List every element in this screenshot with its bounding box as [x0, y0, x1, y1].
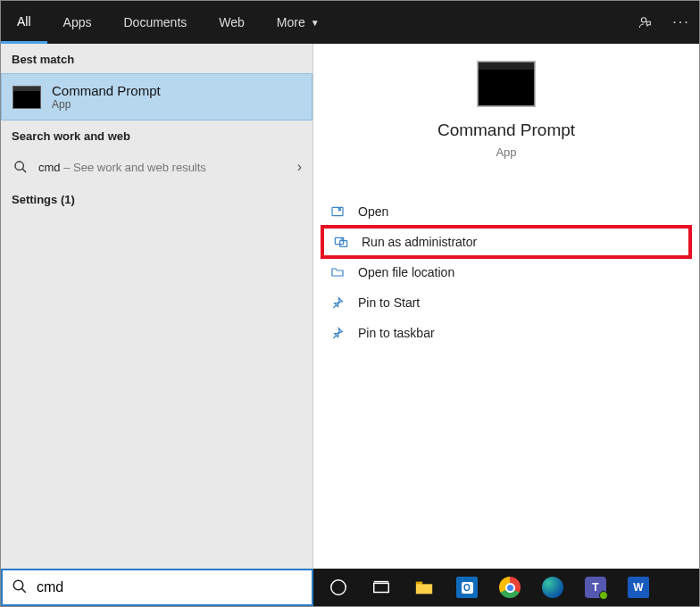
svg-point-1	[15, 162, 23, 170]
chevron-down-icon: ▼	[311, 18, 320, 28]
settings-header[interactable]: Settings (1)	[1, 184, 312, 215]
preview-subtitle: App	[496, 146, 516, 159]
action-label: Pin to taskbar	[358, 326, 435, 340]
action-label: Open file location	[358, 265, 454, 279]
action-pin-to-start[interactable]: Pin to Start	[319, 287, 694, 318]
action-open[interactable]: Open	[319, 196, 694, 227]
search-input[interactable]	[37, 579, 303, 595]
svg-rect-9	[374, 583, 389, 592]
cortana-button[interactable]	[319, 569, 358, 606]
command-prompt-icon	[478, 62, 535, 106]
search-work-web-header: Search work and web	[1, 121, 312, 150]
best-match-header: Best match	[1, 44, 312, 73]
search-work-web-item[interactable]: cmd – See work and web results ›	[1, 150, 312, 184]
search-term: cmd	[38, 161, 61, 174]
outlook-button[interactable]: O	[447, 569, 487, 606]
svg-point-0	[641, 18, 646, 22]
tab-apps[interactable]: Apps	[47, 1, 108, 44]
chevron-right-icon: ›	[297, 159, 302, 175]
action-label: Run as administrator	[362, 235, 477, 249]
best-match-title: Command Prompt	[52, 83, 161, 98]
action-open-file-location[interactable]: Open file location	[319, 257, 694, 287]
teams-button[interactable]: T	[576, 569, 615, 606]
svg-line-7	[21, 588, 26, 593]
preview-title: Command Prompt	[438, 121, 575, 140]
action-run-as-administrator[interactable]: Run as administrator	[322, 227, 690, 257]
search-icon	[12, 578, 28, 597]
best-match-result[interactable]: Command Prompt App	[1, 73, 312, 121]
svg-point-6	[13, 580, 23, 590]
search-hint: – See work and web results	[61, 161, 206, 174]
shield-icon	[333, 234, 349, 250]
action-label: Pin to Start	[358, 295, 420, 310]
teams-icon: T	[585, 577, 606, 598]
svg-rect-3	[332, 207, 343, 215]
pin-icon	[329, 295, 346, 311]
preview-panel: Command Prompt App Open Run as administr…	[313, 44, 699, 569]
taskbar: O T W	[313, 569, 699, 606]
word-button[interactable]: W	[619, 569, 658, 606]
chrome-button[interactable]	[490, 569, 529, 606]
pin-icon	[329, 325, 346, 341]
svg-point-8	[331, 580, 346, 595]
tab-all[interactable]: All	[1, 1, 47, 44]
outlook-icon: O	[456, 577, 478, 598]
more-options-icon[interactable]: ···	[663, 14, 699, 30]
action-label: Open	[358, 204, 388, 219]
file-explorer-button[interactable]	[404, 569, 444, 606]
task-view-button[interactable]	[362, 569, 401, 606]
word-icon: W	[628, 577, 649, 598]
svg-line-2	[22, 169, 26, 172]
chrome-icon	[499, 577, 521, 598]
tab-documents[interactable]: Documents	[107, 1, 203, 44]
edge-icon	[542, 577, 563, 598]
best-match-subtitle: App	[52, 98, 161, 111]
open-icon	[329, 204, 346, 220]
action-pin-to-taskbar[interactable]: Pin to taskbar	[319, 318, 694, 348]
filter-tabs: All Apps Documents Web More ▼ ···	[1, 1, 699, 44]
folder-icon	[329, 264, 346, 280]
svg-rect-12	[416, 584, 432, 594]
feedback-icon[interactable]	[628, 15, 663, 29]
tab-more[interactable]: More ▼	[261, 1, 336, 44]
edge-button[interactable]	[533, 569, 572, 606]
results-panel: Best match Command Prompt App Search wor…	[1, 44, 313, 569]
search-icon	[12, 160, 29, 174]
command-prompt-icon	[12, 86, 41, 109]
search-box[interactable]	[1, 569, 313, 606]
tab-more-label: More	[277, 15, 305, 29]
tab-web[interactable]: Web	[203, 1, 261, 44]
